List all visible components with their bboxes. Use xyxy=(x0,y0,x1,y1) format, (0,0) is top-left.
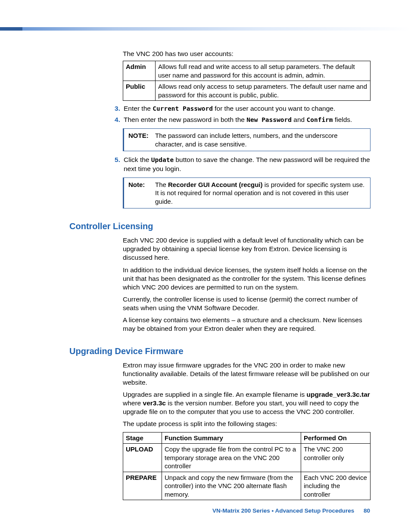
step-text: Enter the Current Password for the user … xyxy=(124,104,371,113)
col-header: Stage xyxy=(123,432,162,444)
paragraph: Currently, the controller license is use… xyxy=(123,295,371,312)
paragraph: A license key contains two elements – a … xyxy=(123,316,371,333)
section-heading-firmware: Upgrading Device Firmware xyxy=(69,345,371,357)
note-text: The Recorder GUI Account (recgui) is pro… xyxy=(155,180,366,206)
stages-table: Stage Function Summary Performed On UPLO… xyxy=(123,432,371,501)
step-5: 5. Click the Update button to save the c… xyxy=(109,156,371,173)
text-fragment: and xyxy=(292,116,306,123)
step-number: 3. xyxy=(109,104,124,113)
code-text: Update xyxy=(151,156,174,163)
stage-performed-on: Each VNC 200 device including the contro… xyxy=(301,472,371,500)
text-fragment: Enter the xyxy=(124,105,153,112)
firmware-body: Extron may issue firmware upgrades for t… xyxy=(123,361,371,429)
account-desc: Allows read only access to setup paramet… xyxy=(156,81,371,101)
col-header: Function Summary xyxy=(162,432,301,444)
licensing-body: Each VNC 200 device is supplied with a d… xyxy=(123,236,371,333)
table-row: PREPARE Unpack and copy the new firmware… xyxy=(123,472,371,500)
table-header-row: Stage Function Summary Performed On xyxy=(123,432,371,444)
text-fragment: fields. xyxy=(333,116,352,123)
step-text: Click the Update button to save the chan… xyxy=(124,156,371,173)
page-footer: VN-Matrix 200 Series • Advanced Setup Pr… xyxy=(212,507,370,515)
bold-text: upgrade_ver3.3c.tar xyxy=(307,391,370,398)
section-heading-licensing: Controller Licensing xyxy=(69,221,371,232)
text-fragment: Click the xyxy=(124,156,151,163)
account-name: Public xyxy=(123,81,156,101)
table-row: Public Allows read only access to setup … xyxy=(123,81,371,101)
account-name: Admin xyxy=(123,61,156,81)
page-number: 80 xyxy=(364,507,370,515)
code-text: Current Password xyxy=(153,105,213,112)
step-4: 4. Then enter the new password in both t… xyxy=(109,115,371,124)
steps-list: 3. Enter the Current Password for the us… xyxy=(109,104,371,124)
text-fragment: The xyxy=(155,181,168,188)
note-box: Note: The Recorder GUI Account (recgui) … xyxy=(123,177,371,209)
paragraph: The update process is split into the fol… xyxy=(123,420,371,428)
text-fragment: where xyxy=(123,399,143,407)
bold-text: PREPARE xyxy=(126,474,156,481)
footer-text: VN-Matrix 200 Series • Advanced Setup Pr… xyxy=(212,507,354,514)
account-desc: Allows full read and write access to all… xyxy=(156,61,371,81)
header-accent-block xyxy=(0,27,22,31)
stage-summary: Unpack and copy the new firmware (from t… xyxy=(162,472,301,500)
table-row: UPLOAD Copy the upgrade file from the co… xyxy=(123,444,371,472)
step-text: Then enter the new password in both the … xyxy=(124,115,371,124)
note-box: NOTE: The password can include letters, … xyxy=(123,128,371,151)
bold-text: ver3.3c xyxy=(143,399,166,407)
content-area: The VNC 200 has two user accounts: Admin… xyxy=(123,50,371,500)
stage-name: UPLOAD xyxy=(123,444,162,472)
paragraph: Extron may issue firmware upgrades for t… xyxy=(123,361,371,387)
note-label: Note: xyxy=(128,180,155,206)
text-fragment: Upgrades are supplied in a single file. … xyxy=(123,391,307,398)
bold-text: Recorder GUI Account (recgui) xyxy=(168,181,262,188)
paragraph: In addition to the individual device lic… xyxy=(123,266,371,292)
header-gradient xyxy=(0,27,411,31)
stage-performed-on: The VNC 200 controller only xyxy=(301,444,371,472)
code-text: New Password xyxy=(246,116,292,123)
step-3: 3. Enter the Current Password for the us… xyxy=(109,104,371,113)
stage-summary: Copy the upgrade file from the control P… xyxy=(162,444,301,472)
page: The VNC 200 has two user accounts: Admin… xyxy=(0,0,411,532)
note-text: The password can include letters, number… xyxy=(155,131,366,148)
text-fragment: Then enter the new password in both the xyxy=(124,116,246,123)
stage-name: PREPARE xyxy=(123,472,162,500)
step-number: 5. xyxy=(109,156,124,164)
intro-text: The VNC 200 has two user accounts: xyxy=(123,50,371,58)
col-header: Performed On xyxy=(301,432,371,444)
bold-text: UPLOAD xyxy=(126,445,153,453)
code-text: Confirm xyxy=(306,116,333,123)
paragraph: Each VNC 200 device is supplied with a d… xyxy=(123,236,371,262)
note-label: NOTE: xyxy=(128,131,155,148)
steps-list-continued: 5. Click the Update button to save the c… xyxy=(109,156,371,173)
table-row: Admin Allows full read and write access … xyxy=(123,61,371,81)
step-number: 4. xyxy=(109,115,124,124)
accounts-table: Admin Allows full read and write access … xyxy=(123,61,371,101)
text-fragment: for the user account you want to change. xyxy=(213,105,335,112)
paragraph: Upgrades are supplied in a single file. … xyxy=(123,390,371,416)
